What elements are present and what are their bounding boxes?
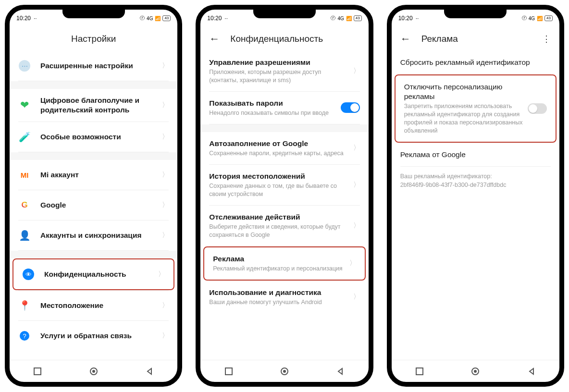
battery-icon: 43 [162,15,171,21]
phone-settings: 10:20 ·· ⓡ 4G 📶 43 Настройки ⋯ Расширенн… [5,5,182,387]
svg-point-5 [283,370,286,373]
back-button[interactable]: ← [209,34,220,44]
dots-icon: ⋯ [19,60,30,72]
group-gap [10,251,177,258]
network-icon: 4G [529,16,535,21]
chevron-right-icon: 〉 [162,231,169,240]
status-time: 10:20 [207,15,222,22]
page-title: Реклама [421,34,458,44]
nav-recents[interactable] [223,366,235,377]
row-title: Управление разрешениями [209,58,348,67]
battery-icon: 43 [544,15,553,21]
row-mi-account[interactable]: MI Mi аккаунт 〉 [10,160,177,190]
status-dots: ·· [416,15,419,22]
status-dots: ·· [34,15,37,22]
row-reset-ad-id[interactable]: Сбросить рекламный идентификатор [392,51,559,74]
nav-recents[interactable] [414,366,425,377]
row-feedback[interactable]: ? Услуги и обратная связь 〉 [10,321,177,351]
privacy-list[interactable]: Управление разрешениями Приложения, кото… [200,51,368,360]
notch [253,9,316,18]
chevron-right-icon: 〉 [162,331,169,340]
accessibility-icon: 🧪 [19,131,31,143]
row-label: Google [40,200,157,210]
highlight-disable-personalization: Отключить персонализацию рекламы Запрети… [395,74,557,143]
battery-icon: 43 [354,15,362,21]
chevron-right-icon: 〉 [162,133,169,141]
row-title: Автозаполнение от Google [209,139,348,148]
row-subtitle: Сохранение данных о том, где вы бываете … [209,182,348,198]
row-diagnostics[interactable]: Использование и диагностика Ваши данные … [200,281,368,313]
row-accounts-sync[interactable]: 👤 Аккаунты и синхронизация 〉 [10,220,177,250]
nav-home[interactable] [279,366,290,377]
row-advanced-settings[interactable]: ⋯ Расширенные настройки 〉 [10,51,177,81]
page-title: Конфиденциальность [230,34,323,44]
nav-back[interactable] [526,366,537,377]
row-label: Расширенные настройки [40,61,157,71]
signal-icon: 📶 [155,16,161,21]
svg-point-8 [474,370,477,373]
status-time: 10:20 [398,15,413,22]
signal-icon: 📶 [346,16,352,21]
row-subtitle: Выберите действия и сведения, которые бу… [209,223,348,239]
row-google[interactable]: G Google 〉 [10,190,177,220]
r-icon: ⓡ [140,15,145,22]
status-dots: ·· [224,15,228,22]
nav-bar [392,360,559,382]
ad-id-info: Ваш рекламный идентификатор: 2bf846f9-9b… [392,167,559,195]
nav-recents[interactable] [32,366,43,377]
settings-list[interactable]: ⋯ Расширенные настройки 〉 ❤ Цифровое бла… [10,51,177,360]
toggle-show-passwords[interactable] [341,102,360,113]
highlight-privacy: 👁 Конфиденциальность 〉 [12,258,174,290]
nav-back[interactable] [334,366,346,377]
highlight-ads: Реклама Рекламный идентификатор и персон… [203,246,365,281]
notch [62,9,125,18]
group-gap [10,81,177,89]
row-google-ads[interactable]: Реклама от Google [392,143,559,166]
row-privacy[interactable]: 👁 Конфиденциальность 〉 [13,259,173,289]
nav-home[interactable] [470,366,481,377]
row-title: Реклама от Google [400,150,551,159]
row-label: Местоположение [40,301,157,310]
row-location-history[interactable]: История местоположений Сохранение данных… [200,165,368,205]
svg-point-2 [92,370,95,373]
row-disable-personalization[interactable]: Отключить персонализацию рекламы Запрети… [396,75,556,142]
phone-ads: 10:20 ·· ⓡ 4G 📶 43 ← Реклама ⋮ Сбросить … [387,5,564,387]
nav-bar [10,360,177,382]
chevron-right-icon: 〉 [162,61,169,70]
chevron-right-icon: 〉 [158,270,165,279]
row-subtitle: Ненадолго показывать символы при вводе [209,109,335,117]
group-gap [10,152,177,160]
row-title: Реклама [213,254,344,264]
eye-icon: 👁 [23,269,34,280]
screen-header: Настройки [10,25,177,51]
row-activity-tracking[interactable]: Отслеживание действий Выберите действия … [200,206,368,246]
group-gap [200,124,368,132]
status-time: 10:20 [16,15,31,22]
row-location[interactable]: 📍 Местоположение 〉 [10,291,177,320]
row-permissions[interactable]: Управление разрешениями Приложения, кото… [200,51,368,91]
toggle-disable-personalization[interactable] [528,103,547,114]
notch [444,9,507,18]
row-accessibility[interactable]: 🧪 Особые возможности 〉 [10,122,177,152]
r-icon: ⓡ [522,15,527,22]
row-autofill[interactable]: Автозаполнение от Google Сохраненные пар… [200,132,368,164]
chevron-right-icon: 〉 [353,221,360,230]
r-icon: ⓡ [331,15,335,22]
pin-icon: 📍 [19,300,31,311]
ads-list[interactable]: Сбросить рекламный идентификатор Отключи… [392,51,559,360]
person-icon: 👤 [19,230,31,241]
screen-header: ← Реклама ⋮ [392,25,559,51]
row-wellbeing[interactable]: ❤ Цифровое благополучие и родительский к… [10,89,177,122]
nav-back[interactable] [144,366,155,377]
question-icon: ? [20,331,29,341]
network-icon: 4G [147,16,153,21]
screen-header: ← Конфиденциальность [200,25,368,51]
row-label: Конфиденциальность [44,270,153,279]
back-button[interactable]: ← [400,34,411,44]
overflow-menu-button[interactable]: ⋮ [542,34,551,44]
chevron-right-icon: 〉 [349,259,356,268]
row-show-passwords[interactable]: Показывать пароли Ненадолго показывать с… [200,92,368,124]
nav-home[interactable] [88,366,99,377]
svg-rect-0 [34,368,41,375]
row-ads[interactable]: Реклама Рекламный идентификатор и персон… [204,247,364,280]
